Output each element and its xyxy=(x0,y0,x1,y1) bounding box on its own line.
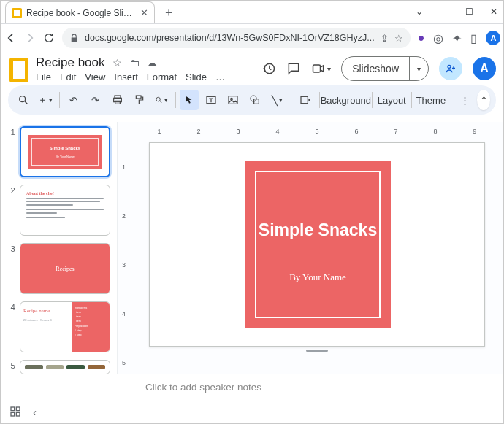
star-icon[interactable]: ☆ xyxy=(112,55,122,70)
svg-rect-6 xyxy=(115,101,120,104)
paint-format-button[interactable] xyxy=(130,90,149,110)
thumb4-sub: 20 minutes · Serves 4 xyxy=(23,318,69,322)
slide-canvas[interactable]: Simple Snacks By Your Name xyxy=(149,142,485,347)
browser-titlebar: Recipe book - Google Slides ✕ ＋ ⌄ － ☐ ✕ xyxy=(1,1,503,24)
svg-rect-18 xyxy=(16,412,20,416)
close-tab-icon[interactable]: ✕ xyxy=(140,7,148,18)
svg-rect-17 xyxy=(11,412,15,416)
thumb-index: 2 xyxy=(7,185,15,236)
thumb3-title: Recipes xyxy=(56,266,74,272)
share-url-icon[interactable]: ⇪ xyxy=(381,33,389,44)
thumb-index: 3 xyxy=(7,243,15,294)
slide-thumb-4[interactable]: Recipe name 20 minutes · Serves 4 Ingred… xyxy=(20,301,110,352)
forward-button[interactable] xyxy=(24,31,36,45)
svg-point-2 xyxy=(448,65,451,68)
background-button[interactable]: Background xyxy=(324,90,368,110)
browser-tab[interactable]: Recipe book - Google Slides ✕ xyxy=(5,1,155,23)
vertical-ruler[interactable]: 12345 xyxy=(118,135,131,374)
slide-title[interactable]: Simple Snacks xyxy=(245,220,391,240)
theme-button[interactable]: Theme xyxy=(416,90,446,110)
account-avatar[interactable]: A xyxy=(473,57,496,80)
line-tool[interactable]: ╲▾ xyxy=(267,90,286,110)
speaker-notes-placeholder: Click to add speaker notes xyxy=(145,382,261,393)
cloud-status-icon[interactable]: ☁ xyxy=(147,55,157,70)
slide-filmstrip[interactable]: 1 Simple Snacks By Your Name 2 About the… xyxy=(1,122,118,374)
comments-icon[interactable] xyxy=(286,61,301,76)
slide-thumb-1[interactable]: Simple Snacks By Your Name xyxy=(20,126,110,177)
hide-menus-button[interactable]: ⌃ xyxy=(477,90,490,110)
thumb-index: 4 xyxy=(7,301,15,352)
document-title[interactable]: Recipe book xyxy=(36,55,105,70)
extension-camera-icon[interactable]: ◎ xyxy=(433,31,443,45)
explore-icon[interactable]: ‹ xyxy=(33,406,37,418)
thumb2-title: About the chef xyxy=(26,191,104,196)
workspace: 1 Simple Snacks By Your Name 2 About the… xyxy=(1,122,503,374)
address-bar[interactable]: docs.google.com/presentation/d/13Wn-5GwS… xyxy=(62,28,411,48)
print-button[interactable] xyxy=(108,90,127,110)
horizontal-ruler[interactable]: 123456789 xyxy=(131,122,503,135)
menu-more[interactable]: … xyxy=(215,72,225,82)
toolbar: ＋▾ ↶ ↷ ▾ ╲▾ Background Layout Theme ⋮ ⌃ xyxy=(8,85,496,115)
lock-icon xyxy=(69,34,79,43)
bookmark-icon[interactable]: ☆ xyxy=(394,33,403,44)
select-tool[interactable] xyxy=(180,90,199,110)
zoom-button[interactable]: ▾ xyxy=(152,90,171,110)
extensions-icon[interactable]: ✦ xyxy=(452,31,462,45)
menu-slide[interactable]: Slide xyxy=(186,72,207,82)
history-icon[interactable] xyxy=(261,61,276,76)
slideshow-dropdown[interactable]: ▾ xyxy=(409,57,428,80)
slide-cover-box[interactable]: Simple Snacks By Your Name xyxy=(245,161,391,328)
thumb4-title: Recipe name xyxy=(23,308,69,314)
svg-point-8 xyxy=(156,97,160,101)
menu-insert[interactable]: Insert xyxy=(114,72,138,82)
slides-logo-icon[interactable] xyxy=(9,58,28,82)
minimize-icon[interactable]: － xyxy=(439,6,449,18)
speaker-notes[interactable]: Click to add speaker notes xyxy=(132,374,503,400)
redo-button[interactable]: ↷ xyxy=(86,90,105,110)
thumb-index: 5 xyxy=(7,360,15,374)
url-text: docs.google.com/presentation/d/13Wn-5GwS… xyxy=(85,33,375,43)
maximize-icon[interactable]: ☐ xyxy=(464,7,474,17)
share-button[interactable] xyxy=(439,57,462,80)
grid-view-icon[interactable] xyxy=(9,406,21,417)
textbox-tool[interactable] xyxy=(202,90,221,110)
reload-button[interactable] xyxy=(43,31,55,45)
close-window-icon[interactable]: ✕ xyxy=(489,7,499,17)
search-menus-button[interactable] xyxy=(14,90,33,110)
page-indicator xyxy=(306,350,328,352)
slide-thumb-5[interactable] xyxy=(20,360,110,374)
slide-thumb-2[interactable]: About the chef xyxy=(20,185,110,236)
meet-icon[interactable]: ▾ xyxy=(311,61,331,76)
canvas-area: 123456789 12345 Simple Snacks By Your Na… xyxy=(118,122,503,374)
image-tool[interactable] xyxy=(224,90,243,110)
svg-rect-10 xyxy=(229,96,237,104)
menu-edit[interactable]: Edit xyxy=(60,72,76,82)
toolbar-more-icon[interactable]: ⋮ xyxy=(455,90,474,110)
menu-view[interactable]: View xyxy=(85,72,105,82)
menu-bar: File Edit View Insert Format Slide … xyxy=(36,72,225,82)
svg-point-3 xyxy=(20,96,26,102)
new-tab-button[interactable]: ＋ xyxy=(159,3,178,22)
svg-point-12 xyxy=(251,96,256,101)
transition-button[interactable] xyxy=(296,90,315,110)
tab-title: Recipe book - Google Slides xyxy=(26,8,136,18)
slide-thumb-3[interactable]: Recipes xyxy=(20,243,110,294)
extension-play-icon[interactable]: ● xyxy=(418,31,425,45)
shape-tool[interactable] xyxy=(245,90,264,110)
back-button[interactable] xyxy=(5,31,17,45)
chevron-down-icon[interactable]: ⌄ xyxy=(414,7,424,17)
move-icon[interactable]: 🗀 xyxy=(129,55,140,70)
new-slide-button[interactable]: ＋▾ xyxy=(36,90,55,110)
slide-viewport[interactable]: Simple Snacks By Your Name xyxy=(131,135,503,374)
menu-format[interactable]: Format xyxy=(147,72,177,82)
layout-button[interactable]: Layout xyxy=(377,90,407,110)
slide-byline[interactable]: By Your Name xyxy=(245,271,391,283)
slideshow-button[interactable]: Slideshow ▾ xyxy=(341,56,429,81)
browser-profile-avatar[interactable]: A xyxy=(486,31,500,45)
app-header: Recipe book ☆ 🗀 ☁ File Edit View Insert … xyxy=(1,52,503,82)
cover-frame xyxy=(255,171,381,318)
sidepanel-icon[interactable]: ▯ xyxy=(470,31,477,45)
slideshow-label: Slideshow xyxy=(342,57,409,80)
undo-button[interactable]: ↶ xyxy=(64,90,83,110)
menu-file[interactable]: File xyxy=(36,72,51,82)
